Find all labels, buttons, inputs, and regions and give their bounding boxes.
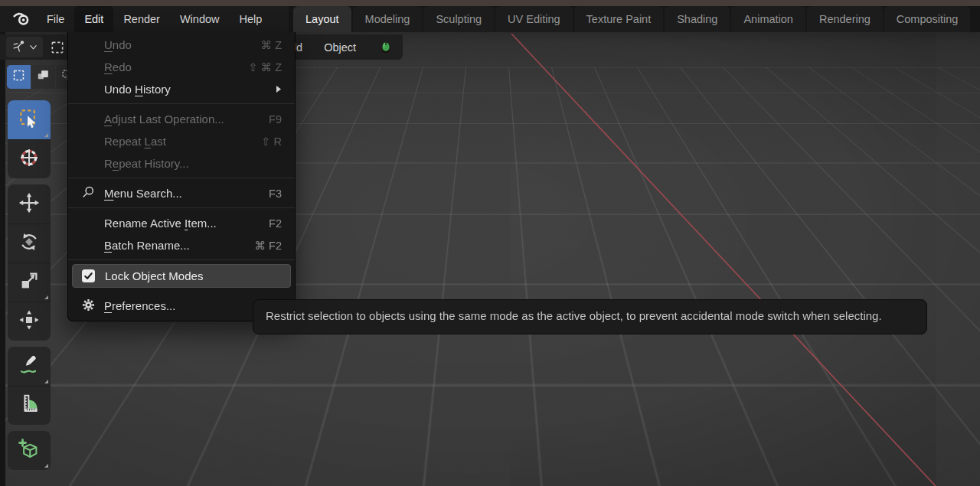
tab-texture-paint[interactable]: Texture Paint xyxy=(574,6,664,32)
tool-addcube-icon xyxy=(18,438,41,464)
menu-separator xyxy=(68,259,295,260)
menu-item-batch-rename[interactable]: Batch Rename...⌘ F2 xyxy=(72,234,291,256)
object-menu[interactable]: Object xyxy=(321,41,359,54)
subtool-corner-mark xyxy=(44,464,48,468)
tooltip: Restrict selection to objects using the … xyxy=(253,299,927,334)
tab-animation[interactable]: Animation xyxy=(731,6,805,32)
measure-tool[interactable] xyxy=(8,386,51,425)
menu-item-repeat-history: Repeat History... xyxy=(72,152,291,175)
shortcut-label: ⇧ R xyxy=(261,135,282,148)
menubar-item-render[interactable]: Render xyxy=(113,6,170,32)
cursor-tool[interactable] xyxy=(8,139,51,178)
toolbar-region-edge xyxy=(0,32,5,486)
menu-item-label: Undo xyxy=(104,38,261,51)
menubar-item-window[interactable]: Window xyxy=(170,6,230,32)
menubar-item-help[interactable]: Help xyxy=(230,6,273,32)
tooltip-text: Restrict selection to objects using the … xyxy=(266,309,882,322)
scale-tool[interactable] xyxy=(8,263,51,302)
menu-item-redo: Redo⇧ ⌘ Z xyxy=(72,56,291,78)
workspace-tabs: LayoutModelingSculptingUV EditingTexture… xyxy=(289,6,980,32)
tab-compositing[interactable]: Compositing xyxy=(884,6,971,32)
menu-item-label: Undo History xyxy=(104,83,276,96)
menu-item-label: Rename Active Item... xyxy=(104,217,269,230)
tab-uv-editing[interactable]: UV Editing xyxy=(495,6,573,32)
workspace-tabs-zone: LayoutModelingSculptingUV EditingTexture… xyxy=(289,6,980,32)
subtool-corner-mark xyxy=(44,133,48,137)
tab-modeling[interactable]: Modeling xyxy=(353,6,423,32)
menu-item-label: Menu Search... xyxy=(104,187,269,200)
menu-item-adjust-last-operation: Adjust Last Operation...F9 xyxy=(72,108,291,130)
shortcut-label: ⌘ F2 xyxy=(255,240,282,252)
tool-annotate-icon xyxy=(18,354,41,380)
shortcut-label: ⌘ Z xyxy=(261,39,282,51)
tab-rendering[interactable]: Rendering xyxy=(807,6,883,32)
toolbar-group xyxy=(8,184,51,341)
menu-separator xyxy=(68,178,295,178)
toolbar-group xyxy=(8,100,51,178)
menu-item-label: Repeat History... xyxy=(104,157,282,170)
shortcut-label: F3 xyxy=(269,188,282,200)
shortcut-label: F9 xyxy=(269,113,282,126)
edit-menu-dropdown: Undo⌘ ZRedo⇧ ⌘ ZUndo HistoryAdjust Last … xyxy=(67,32,296,321)
menubar: FileEditRenderWindowHelp xyxy=(0,6,272,32)
object-mode-icon xyxy=(11,39,26,56)
toolbar xyxy=(8,100,51,476)
menu-item-undo-history[interactable]: Undo History xyxy=(72,78,291,100)
menu-separator xyxy=(68,207,295,208)
search-icon xyxy=(81,185,96,202)
tool-scale-icon xyxy=(18,269,41,295)
shortcut-label: F2 xyxy=(269,217,282,230)
menu-item-rename-active-item[interactable]: Rename Active Item...F2 xyxy=(72,212,291,234)
annotate-tool[interactable] xyxy=(8,347,51,386)
toolbar-group xyxy=(8,347,51,425)
submenu-arrow-icon xyxy=(276,83,282,96)
tool-cursor-icon xyxy=(18,146,41,172)
add-cube-tool[interactable] xyxy=(8,431,51,470)
green-blob-icon[interactable] xyxy=(379,41,393,54)
select-mode-set[interactable] xyxy=(7,65,31,89)
transform-tool[interactable] xyxy=(8,302,51,341)
menu-item-label: Lock Object Modes xyxy=(105,269,281,282)
menu-item-label: Repeat Last xyxy=(104,135,261,148)
menu-item-label: Redo xyxy=(104,60,248,73)
tool-select-icon xyxy=(18,107,41,133)
gear-icon xyxy=(81,298,96,315)
menu-separator xyxy=(68,103,295,104)
rotate-tool[interactable] xyxy=(8,223,51,263)
chevron-down-icon xyxy=(29,41,38,54)
move-tool[interactable] xyxy=(8,184,51,223)
menubar-item-file[interactable]: File xyxy=(37,6,74,32)
tool-transform-icon xyxy=(18,308,41,334)
tool-rotate-icon xyxy=(18,230,41,256)
tool-move-icon xyxy=(18,191,41,217)
mode-dropdown-button[interactable] xyxy=(6,37,43,57)
menu-item-label: Adjust Last Operation... xyxy=(104,113,269,126)
tool-measure-icon xyxy=(18,393,41,419)
menu-item-undo: Undo⌘ Z xyxy=(72,34,291,56)
shortcut-label: ⇧ ⌘ Z xyxy=(248,61,282,73)
menubar-item-edit[interactable]: Edit xyxy=(74,6,113,32)
sel-set-icon xyxy=(11,68,26,86)
window-title-strip xyxy=(0,0,980,6)
blender-logo-icon[interactable] xyxy=(8,6,37,32)
tab-shading[interactable]: Shading xyxy=(665,6,730,32)
menu-item-repeat-last: Repeat Last⇧ R xyxy=(72,130,291,152)
subtool-corner-mark xyxy=(44,295,48,299)
select-box-icon[interactable] xyxy=(50,40,65,55)
sel-extend-icon xyxy=(36,68,51,86)
subtool-corner-mark xyxy=(44,380,48,383)
tab-sculpting[interactable]: Sculpting xyxy=(423,6,494,32)
select-box-tool[interactable] xyxy=(8,100,51,139)
select-mode-extend[interactable] xyxy=(31,65,55,89)
tab-layout[interactable]: Layout xyxy=(293,6,351,32)
menu-item-lock-object-modes[interactable]: Lock Object Modes xyxy=(72,264,291,288)
menu-item-menu-search[interactable]: Menu Search...F3 xyxy=(72,182,291,204)
checkbox-checked xyxy=(82,269,95,282)
toolbar-group xyxy=(8,431,51,470)
menu-item-label: Batch Rename... xyxy=(104,239,255,252)
